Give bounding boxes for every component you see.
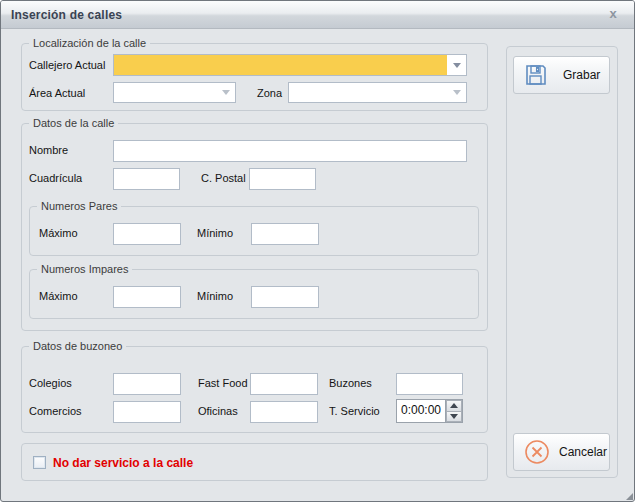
group-datos-buzoneo-title: Datos de buzoneo bbox=[29, 340, 126, 352]
spin-down-icon[interactable] bbox=[446, 411, 462, 423]
impares-maximo-label: Máximo bbox=[39, 290, 78, 302]
dialog-insercion-de-calles: Inserción de calles x Localización de la… bbox=[0, 0, 635, 502]
c-postal-label: C. Postal bbox=[201, 172, 246, 184]
colegios-input[interactable] bbox=[113, 373, 181, 395]
group-datos-calle-title: Datos de la calle bbox=[29, 117, 118, 129]
cuadricula-label: Cuadrícula bbox=[29, 172, 82, 184]
zona-combobox[interactable] bbox=[288, 82, 467, 103]
chevron-down-icon[interactable] bbox=[216, 83, 235, 102]
nombre-label: Nombre bbox=[29, 144, 68, 156]
impares-minimo-label: Mínimo bbox=[197, 290, 233, 302]
t-servicio-spinner[interactable]: 0:00:00 bbox=[396, 399, 463, 423]
cuadricula-input[interactable] bbox=[113, 168, 180, 190]
nombre-input[interactable] bbox=[113, 140, 467, 162]
buzones-label: Buzones bbox=[329, 377, 372, 389]
pares-maximo-input[interactable] bbox=[113, 223, 181, 245]
c-postal-input[interactable] bbox=[249, 168, 316, 190]
zona-value bbox=[289, 83, 447, 102]
impares-minimo-input[interactable] bbox=[251, 286, 319, 308]
callejero-actual-value bbox=[114, 55, 447, 75]
comercios-input[interactable] bbox=[113, 401, 181, 423]
fast-food-input[interactable] bbox=[250, 373, 318, 395]
cancel-icon bbox=[523, 438, 551, 466]
chevron-down-icon[interactable] bbox=[447, 55, 466, 75]
title-bar: Inserción de calles x bbox=[1, 1, 634, 29]
group-numeros-impares-title: Numeros Impares bbox=[37, 263, 132, 275]
pares-minimo-label: Mínimo bbox=[197, 227, 233, 239]
resize-grip[interactable] bbox=[626, 493, 633, 500]
comercios-label: Comercios bbox=[29, 405, 82, 417]
spin-up-icon[interactable] bbox=[446, 400, 462, 411]
oficinas-input[interactable] bbox=[250, 401, 318, 423]
t-servicio-value: 0:00:00 bbox=[397, 400, 445, 422]
buzones-input[interactable] bbox=[396, 373, 463, 395]
no-servicio-checkbox[interactable] bbox=[33, 456, 46, 469]
save-icon bbox=[523, 62, 549, 88]
area-actual-label: Área Actual bbox=[29, 87, 85, 99]
grabar-button[interactable]: Grabar bbox=[513, 56, 610, 94]
pares-maximo-label: Máximo bbox=[39, 227, 78, 239]
group-numeros-pares-title: Numeros Pares bbox=[37, 200, 121, 212]
dialog-title: Inserción de calles bbox=[11, 8, 122, 22]
pares-minimo-input[interactable] bbox=[251, 223, 319, 245]
actions-panel bbox=[506, 46, 618, 478]
area-actual-value bbox=[114, 83, 216, 102]
grabar-button-label: Grabar bbox=[563, 68, 600, 82]
impares-maximo-input[interactable] bbox=[113, 286, 181, 308]
oficinas-label: Oficinas bbox=[198, 405, 238, 417]
callejero-actual-label: Callejero Actual bbox=[29, 59, 105, 71]
t-servicio-label: T. Servicio bbox=[329, 405, 380, 417]
zona-label: Zona bbox=[257, 87, 282, 99]
fast-food-label: Fast Food bbox=[198, 377, 248, 389]
callejero-actual-combobox[interactable] bbox=[113, 54, 467, 76]
colegios-label: Colegios bbox=[29, 377, 72, 389]
cancelar-button[interactable]: Cancelar bbox=[513, 433, 610, 471]
chevron-down-icon[interactable] bbox=[447, 83, 466, 102]
cancelar-button-label: Cancelar bbox=[559, 445, 607, 459]
no-servicio-label[interactable]: No dar servicio a la calle bbox=[53, 456, 193, 470]
group-localizacion-title: Localización de la calle bbox=[29, 37, 150, 49]
close-icon[interactable]: x bbox=[605, 6, 621, 22]
area-actual-combobox[interactable] bbox=[113, 82, 236, 103]
